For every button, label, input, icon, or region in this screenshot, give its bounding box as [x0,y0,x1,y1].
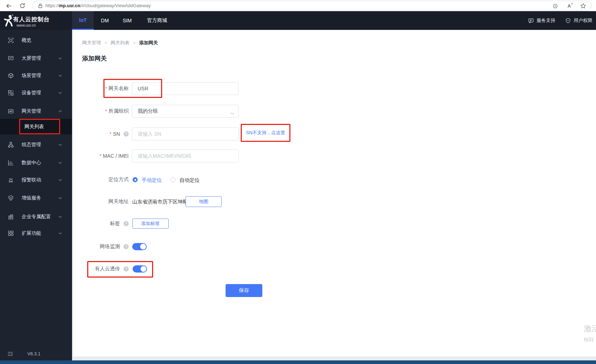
chevron-up-icon [58,110,62,112]
tags-help-icon[interactable]: ? [124,221,129,226]
sidebar-item-topology-mgmt[interactable]: 组态管理 [0,138,72,152]
user-permissions[interactable]: 用户权限 [565,17,592,24]
sidebar-item-data-center[interactable]: 数据中心 [0,156,72,170]
mac-imei-input[interactable] [132,149,239,162]
radio-auto-location-label[interactable]: 自动定位 [179,177,200,184]
sn-input[interactable] [132,127,239,140]
sidebar-item-gateway-mgmt[interactable]: 网关管理 [0,104,72,118]
save-button[interactable]: 保存 [226,284,262,297]
scene-icon [8,73,14,78]
chevron-down-icon [58,57,62,59]
tab-dm[interactable]: DM [94,11,116,30]
chevron-down-icon [58,232,62,234]
breadcrumb-current: 添加网关 [139,40,158,46]
chat-bubble-icon [528,18,534,23]
sn-not-supported-link[interactable]: SN不支持，点这里 [246,130,285,136]
add-tag-button[interactable]: 添加标签 [132,219,169,229]
chevron-down-icon [58,162,62,164]
tab-official-store[interactable]: 官方商城 [138,11,176,30]
app-subtitle: www.usr.cn [17,23,36,27]
main-content: 网关管理 > 网关列表 > 添加网关 添加网关 *网关名称 *所属组织 我的分组… [72,30,596,356]
organization-select[interactable]: 我的分组 [132,105,239,118]
tab-iot[interactable]: IoT [72,11,94,30]
chevron-down-icon [58,216,62,218]
breadcrumb-gateway-mgmt[interactable]: 网关管理 [82,40,101,46]
browser-address-bar[interactable]: https://mp.usr.cn/#/cloud/gateway/ViewAd… [32,1,592,10]
logo[interactable]: 有人云控制台 www.usr.cn [0,11,72,30]
network-monitor-label: 网络监测 ? [72,243,129,250]
sidebar-footer: V6.3.1 [0,349,72,359]
radio-auto-location[interactable] [170,177,175,182]
location-icon[interactable] [552,3,558,9]
browser-refresh-icon[interactable] [19,2,26,9]
sn-label: *SN ? [72,127,129,140]
chevron-down-icon [230,110,234,116]
url-text[interactable]: https://mp.usr.cn/#/cloud/gateway/ViewAd… [45,3,151,8]
sidebar-item-scene-mgmt[interactable]: 场景管理 [0,68,72,83]
collapse-sidebar-icon[interactable] [7,351,13,357]
bottom-taskbar-edge [0,360,596,364]
lock-icon[interactable] [38,3,43,8]
chevron-down-icon [58,179,62,181]
building-icon [8,214,14,220]
radio-manual-location-label[interactable]: 手动定位 [142,177,162,184]
cloud-passthrough-help-icon[interactable]: ? [124,266,129,271]
sidebar-item-gateway-list[interactable]: 网关列表 [0,119,72,134]
sidebar-item-extensions[interactable]: 扩展功能 [0,226,72,241]
breadcrumb-separator: > [133,40,135,45]
grid-icon [8,230,14,236]
favorite-star-icon[interactable] [580,3,586,9]
gateway-name-label: *网关名称 [72,82,129,95]
activation-watermark: 激活 转到 [584,323,596,349]
device-icon [8,90,14,96]
chevron-down-icon [58,75,62,77]
sidebar-item-overview[interactable]: 概览 [0,33,72,48]
sidebar-item-alarm-linkage[interactable]: 报警联动 [0,173,72,187]
breadcrumb: 网关管理 > 网关列表 > 添加网关 [82,40,158,46]
browser-back-icon[interactable] [5,2,12,9]
read-aloud-icon[interactable]: A [568,4,571,9]
version-label: V6.3.1 [27,351,40,356]
usr-person-logo-icon [4,14,13,28]
chevron-down-icon [58,144,62,146]
alarm-icon [8,177,14,183]
gateway-address-label: 网关地址 [72,196,129,207]
gateway-address-value: 山东省济南市历下区坤顺路 [132,199,193,205]
screen: https://mp.usr.cn/#/cloud/gateway/ViewAd… [0,0,596,364]
sn-help-icon[interactable]: ? [124,131,129,136]
top-nav: IoT DM SIM 官方商城 [72,11,176,30]
mac-imei-label: *MAC / IMEI [72,149,129,162]
sidebar: 概览 大屏管理 场景管理 设备管理 网关管理 网关列表 [0,30,72,360]
cloud-passthrough-label: 有人云透传 ? [72,265,129,273]
screen-icon [8,55,14,61]
sn-not-supported-link-wrap: SN不支持，点这里 [241,124,290,142]
sidebar-item-device-mgmt[interactable]: 设备管理 [0,86,72,100]
breadcrumb-gateway-list[interactable]: 网关列表 [111,40,129,46]
app-header: 有人云控制台 www.usr.cn IoT DM SIM 官方商城 服务支持 用… [0,11,596,30]
network-monitor-help-icon[interactable]: ? [124,244,129,249]
service-support[interactable]: 服务支持 [528,17,555,24]
bottom-scroll-strip [72,356,596,360]
gateway-name-input[interactable] [132,82,239,95]
overview-icon [8,37,14,43]
shield-diamond-icon [8,195,14,201]
data-chart-icon [8,160,14,166]
sidebar-item-screen-mgmt[interactable]: 大屏管理 [0,51,72,66]
chevron-down-icon [58,92,62,94]
topology-icon [8,142,14,148]
sidebar-item-value-added[interactable]: 增值服务 [0,191,72,205]
cloud-passthrough-toggle[interactable] [133,265,147,273]
location-mode-label: 定位方式 [72,176,129,183]
sidebar-item-enterprise-config[interactable]: 企业专属配置 [0,210,72,224]
network-monitor-toggle[interactable] [132,243,147,250]
radio-manual-location[interactable] [133,177,138,182]
browser-toolbar: https://mp.usr.cn/#/cloud/gateway/ViewAd… [0,0,596,11]
tab-sim[interactable]: SIM [116,11,138,30]
gateway-icon [8,108,14,114]
map-button[interactable]: 地图 [186,196,222,207]
shield-icon [565,18,571,23]
tags-label: 标签 ? [72,219,129,229]
organization-label: *所属组织 [72,105,129,118]
chevron-down-icon [58,197,62,199]
page-title: 添加网关 [82,54,107,63]
